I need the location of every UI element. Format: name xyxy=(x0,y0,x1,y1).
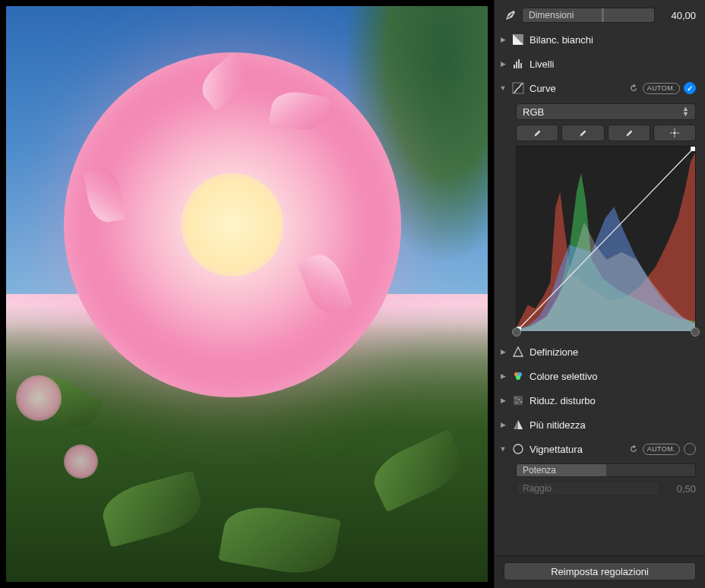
vignette-label: Vignettatura xyxy=(530,444,624,455)
chevron-right-icon: ▶ xyxy=(499,421,507,428)
panel-footer: Reimposta regolazioni xyxy=(495,555,705,588)
definition-row[interactable]: ▶ Definizione xyxy=(495,340,705,364)
noise-reduction-label: Riduz. disturbo xyxy=(530,395,696,406)
vignette-enable-toggle[interactable] xyxy=(684,443,696,455)
adjustments-panel: Dimensioni 40,00 ▶ Bilanc. bianchi ▶ Liv… xyxy=(494,0,705,588)
curves-icon xyxy=(511,81,525,95)
svg-point-15 xyxy=(518,399,520,400)
curves-channel-dropdown[interactable]: RGB ▲▼ xyxy=(516,103,696,120)
curves-label: Curve xyxy=(530,83,624,94)
curves-eyedropper-row xyxy=(516,125,696,141)
svg-point-6 xyxy=(673,131,676,134)
dimensions-slider[interactable]: Dimensioni xyxy=(522,8,655,23)
curves-histogram[interactable] xyxy=(516,146,696,332)
chevron-down-icon: ▼ xyxy=(499,445,507,453)
svg-rect-4 xyxy=(520,63,522,68)
dropdown-arrows-icon: ▲▼ xyxy=(682,106,689,117)
selective-color-row[interactable]: ▶ Colore selettivo xyxy=(495,364,705,388)
dimensions-row: Dimensioni 40,00 xyxy=(495,3,705,27)
reset-adjustments-button[interactable]: Reimposta regolazioni xyxy=(504,562,696,580)
vignette-radius-slider[interactable]: Raggio xyxy=(516,482,659,495)
photo-canvas[interactable] xyxy=(0,0,494,588)
vignette-strength-row: Potenza xyxy=(495,461,705,479)
selective-color-icon xyxy=(511,369,525,383)
svg-point-18 xyxy=(514,444,523,454)
add-point-button[interactable] xyxy=(653,125,696,141)
sharpen-label: Più nitidezza xyxy=(530,419,696,431)
eyedropper-white-button[interactable] xyxy=(608,125,650,141)
dimensions-value[interactable]: 40,00 xyxy=(659,10,696,21)
vignette-radius-value: 0,50 xyxy=(665,483,696,495)
white-balance-row[interactable]: ▶ Bilanc. bianchi xyxy=(495,27,705,52)
vignette-strength-label: Potenza xyxy=(523,465,556,476)
sharpen-icon xyxy=(511,418,525,432)
svg-point-12 xyxy=(516,375,520,380)
reset-curves-icon[interactable] xyxy=(628,83,639,93)
svg-rect-3 xyxy=(518,59,520,68)
svg-point-17 xyxy=(520,401,522,403)
definition-label: Definizione xyxy=(530,346,696,358)
curves-row[interactable]: ▼ Curve AUTOM. xyxy=(495,76,705,100)
vignette-icon xyxy=(511,442,525,456)
definition-icon xyxy=(511,345,525,359)
svg-rect-1 xyxy=(514,65,515,68)
brush-icon xyxy=(504,8,517,22)
histogram-black-handle[interactable] xyxy=(512,327,521,337)
photo-preview xyxy=(6,6,488,582)
chevron-right-icon: ▶ xyxy=(499,372,507,380)
svg-rect-2 xyxy=(516,62,517,68)
curves-channel-value: RGB xyxy=(523,106,544,118)
chevron-down-icon: ▼ xyxy=(499,84,507,92)
svg-point-14 xyxy=(515,397,517,399)
selective-color-label: Colore selettivo xyxy=(530,371,696,382)
auto-curves-button[interactable]: AUTOM. xyxy=(643,83,680,94)
white-balance-label: Bilanc. bianchi xyxy=(530,34,696,46)
levels-label: Livelli xyxy=(530,58,696,70)
noise-reduction-icon xyxy=(511,394,525,407)
svg-rect-13 xyxy=(514,396,523,405)
vignette-radius-label: Raggio xyxy=(523,483,552,494)
vignette-strength-slider[interactable]: Potenza xyxy=(516,463,696,477)
chevron-right-icon: ▶ xyxy=(499,348,507,356)
noise-reduction-row[interactable]: ▶ Riduz. disturbo xyxy=(495,388,705,413)
auto-vignette-button[interactable]: AUTOM. xyxy=(643,444,680,455)
eyedropper-black-button[interactable] xyxy=(516,125,558,141)
curves-enable-toggle[interactable] xyxy=(684,82,696,94)
levels-icon xyxy=(511,57,525,71)
vignette-row[interactable]: ▼ Vignettatura AUTOM. xyxy=(495,437,705,461)
white-balance-icon xyxy=(511,33,525,46)
reset-vignette-icon[interactable] xyxy=(628,444,639,454)
levels-row[interactable]: ▶ Livelli xyxy=(495,52,705,76)
sharpen-row[interactable]: ▶ Più nitidezza xyxy=(495,413,705,437)
chevron-right-icon: ▶ xyxy=(499,397,507,404)
vignette-radius-row: Raggio 0,50 xyxy=(495,479,705,498)
dimensions-label: Dimensioni xyxy=(529,10,574,21)
svg-point-16 xyxy=(516,402,517,403)
chevron-right-icon: ▶ xyxy=(499,60,507,68)
chevron-right-icon: ▶ xyxy=(499,36,507,43)
histogram-white-handle[interactable] xyxy=(691,327,700,337)
svg-rect-9 xyxy=(691,147,695,151)
eyedropper-gray-button[interactable] xyxy=(561,125,604,141)
